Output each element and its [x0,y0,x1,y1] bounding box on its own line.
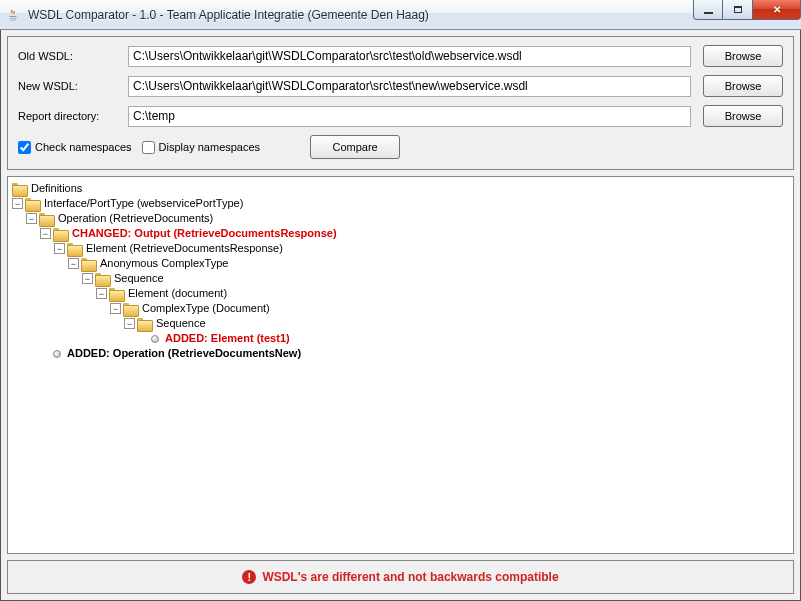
collapse-icon[interactable]: − [82,273,93,284]
result-tree[interactable]: Definitions −Interface/PortType (webserv… [7,176,794,554]
report-dir-input[interactable] [128,106,691,127]
minimize-button[interactable] [693,0,723,20]
tree-label: Operation (RetrieveDocuments) [58,211,213,226]
folder-icon [95,273,109,285]
tree-node[interactable]: −Operation (RetrieveDocuments) [12,211,789,226]
bullet-icon [53,350,61,358]
tree-node[interactable]: −Anonymous ComplexType [12,256,789,271]
window-title: WSDL Comparator - 1.0 - Team Applicatie … [28,8,693,22]
folder-icon [123,303,137,315]
java-icon [6,7,22,23]
new-wsdl-label: New WSDL: [18,80,128,92]
bullet-icon [151,335,159,343]
folder-icon [25,198,39,210]
old-wsdl-label: Old WSDL: [18,50,128,62]
tree-label: Element (RetrieveDocumentsResponse) [86,241,283,256]
folder-icon [81,258,95,270]
tree-label: ADDED: Element (test1) [165,331,290,346]
tree-node[interactable]: −Sequence [12,316,789,331]
folder-icon [137,318,151,330]
tree-label: Sequence [156,316,206,331]
folder-icon [67,243,81,255]
tree-node[interactable]: −Element (RetrieveDocumentsResponse) [12,241,789,256]
tree-node[interactable]: Definitions [12,181,789,196]
old-wsdl-input[interactable] [128,46,691,67]
check-namespaces-checkbox[interactable] [18,141,31,154]
titlebar[interactable]: WSDL Comparator - 1.0 - Team Applicatie … [0,0,801,30]
status-panel: ! WSDL's are different and not backwards… [7,560,794,594]
tree-label: ADDED: Operation (RetrieveDocumentsNew) [67,346,301,361]
collapse-icon[interactable]: − [54,243,65,254]
input-panel: Old WSDL: Browse New WSDL: Browse Report… [7,36,794,170]
browse-report-button[interactable]: Browse [703,105,783,127]
collapse-icon[interactable]: − [40,228,51,239]
browse-old-button[interactable]: Browse [703,45,783,67]
report-dir-label: Report directory: [18,110,128,122]
new-wsdl-input[interactable] [128,76,691,97]
tree-label: Definitions [31,181,82,196]
tree-label: Interface/PortType (webservicePortType) [44,196,243,211]
tree-label: CHANGED: Output (RetrieveDocumentsRespon… [72,226,337,241]
close-button[interactable]: ✕ [753,0,801,20]
collapse-icon[interactable]: − [124,318,135,329]
folder-icon [39,213,53,225]
folder-icon [109,288,123,300]
collapse-icon[interactable]: − [26,213,37,224]
tree-node[interactable]: −CHANGED: Output (RetrieveDocumentsRespo… [12,226,789,241]
collapse-icon[interactable]: − [68,258,79,269]
display-namespaces-checkbox[interactable] [142,141,155,154]
tree-label: Anonymous ComplexType [100,256,228,271]
collapse-icon[interactable]: − [96,288,107,299]
compare-button[interactable]: Compare [310,135,400,159]
error-icon: ! [242,570,256,584]
folder-icon [53,228,67,240]
check-namespaces-label: Check namespaces [35,141,132,153]
collapse-icon[interactable]: − [12,198,23,209]
tree-node[interactable]: ADDED: Operation (RetrieveDocumentsNew) [12,346,789,361]
maximize-button[interactable] [723,0,753,20]
status-text: WSDL's are different and not backwards c… [262,570,558,584]
display-namespaces-label: Display namespaces [159,141,261,153]
tree-node[interactable]: −Element (document) [12,286,789,301]
tree-node[interactable]: −Sequence [12,271,789,286]
tree-label: Element (document) [128,286,227,301]
folder-icon [12,183,26,195]
tree-node[interactable]: −ComplexType (Document) [12,301,789,316]
tree-label: Sequence [114,271,164,286]
collapse-icon[interactable]: − [110,303,121,314]
tree-node[interactable]: −Interface/PortType (webservicePortType) [12,196,789,211]
tree-label: ComplexType (Document) [142,301,270,316]
browse-new-button[interactable]: Browse [703,75,783,97]
tree-node[interactable]: ADDED: Element (test1) [12,331,789,346]
